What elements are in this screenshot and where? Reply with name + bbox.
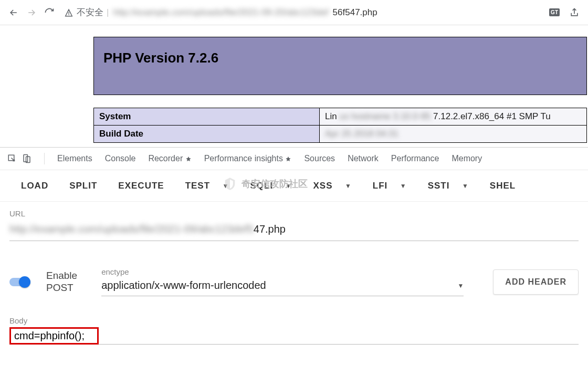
table-row: Build Date Apr 25 2018 04:31 <box>94 126 587 143</box>
hackbar-test[interactable]: TEST ▼ <box>185 181 229 191</box>
devtools-tab-network[interactable]: Network <box>348 154 379 163</box>
browser-toolbar: 不安全 | http://example.com/uploads/file/20… <box>0 0 588 25</box>
val-prefix: Lin <box>325 111 337 121</box>
chevron-down-icon: ▼ <box>286 182 292 190</box>
translate-icon[interactable]: GT <box>549 8 560 16</box>
devtools-tab-elements[interactable]: Elements <box>57 154 92 163</box>
add-header-button[interactable]: ADD HEADER <box>493 269 579 295</box>
table-row: System Lin ux hostname 3.10.0-95 7.12.2.… <box>94 108 587 126</box>
device-icon[interactable] <box>22 154 32 163</box>
forward-button[interactable] <box>26 7 37 18</box>
chevron-down-icon: ▼ <box>457 282 464 289</box>
url-input[interactable]: http://example.com/uploads/file/2021-09/… <box>9 220 579 241</box>
hackbar-lfi[interactable]: LFI ▼ <box>373 181 407 191</box>
val-blurred: Apr 25 2018 04:31 <box>325 129 398 139</box>
url-label: URL <box>9 209 579 218</box>
enctype-select[interactable]: application/x-www-form-urlencoded ▼ <box>101 277 464 296</box>
enable-post-toggle[interactable] <box>9 276 33 288</box>
reload-button[interactable] <box>44 7 55 18</box>
devtools-tab-sources[interactable]: Sources <box>304 154 335 163</box>
hackbar-toolbar: LOAD SPLIT EXECUTE TEST ▼ SQLI ▼ XSS ▼ L… <box>0 170 588 202</box>
separator <box>44 153 45 164</box>
hackbar-ssti[interactable]: SSTI ▼ <box>428 181 469 191</box>
enable-post-label: Enable POST <box>46 270 77 294</box>
enctype-value: application/x-www-form-urlencoded <box>101 279 266 291</box>
hackbar-load[interactable]: LOAD <box>21 181 48 191</box>
url-blurred-part: http://example.com/uploads/file/2021-09/… <box>9 223 254 235</box>
hackbar-shell[interactable]: SHEL <box>490 181 516 191</box>
devtools-tabs: Elements Console Recorder Performance in… <box>0 147 588 170</box>
chevron-down-icon: ▼ <box>345 182 352 190</box>
url-separator: | <box>107 7 109 18</box>
phpinfo-key: System <box>94 108 320 126</box>
phpinfo-value: Apr 25 2018 04:31 <box>320 126 587 143</box>
phpinfo-key: Build Date <box>94 126 320 143</box>
url-blurred: http://example.com/uploads/file/2021-09-… <box>113 7 328 18</box>
val-suffix: 7.12.2.el7.x86_64 #1 SMP Tu <box>433 111 551 121</box>
hackbar-xss[interactable]: XSS ▼ <box>313 181 351 191</box>
url-suffix: 56f547.php <box>333 7 377 18</box>
phpinfo-header: PHP Version 7.2.6 <box>93 37 587 95</box>
back-button[interactable] <box>8 7 19 18</box>
devtools-tab-recorder[interactable]: Recorder <box>148 154 191 163</box>
devtools-tab-performance[interactable]: Performance <box>391 154 439 163</box>
devtools-tab-console[interactable]: Console <box>105 154 136 163</box>
body-input[interactable]: cmd=phpinfo(); <box>9 327 99 345</box>
chevron-down-icon: ▼ <box>462 182 469 190</box>
chevron-down-icon: ▼ <box>223 182 229 190</box>
devtools-tab-performance-insights[interactable]: Performance insights <box>204 154 292 163</box>
devtools-tab-memory[interactable]: Memory <box>452 154 482 163</box>
security-label: 不安全 <box>77 6 103 18</box>
url-visible-suffix: 47.php <box>254 223 286 235</box>
address-bar[interactable]: 不安全 | http://example.com/uploads/file/20… <box>62 6 542 18</box>
val-blurred: ux hostname 3.10.0-95 <box>339 111 430 121</box>
inspect-icon[interactable] <box>7 154 17 163</box>
hackbar-split[interactable]: SPLIT <box>69 181 97 191</box>
chevron-down-icon: ▼ <box>400 182 407 190</box>
share-icon[interactable] <box>569 7 580 18</box>
enctype-label: enctype <box>101 267 464 276</box>
body-label: Body <box>9 316 579 325</box>
hackbar-sqli[interactable]: SQLI ▼ <box>250 181 292 191</box>
page-content: PHP Version 7.2.6 System Lin ux hostname… <box>0 37 588 143</box>
hackbar-form: URL http://example.com/uploads/file/2021… <box>9 209 579 345</box>
phpinfo-value: Lin ux hostname 3.10.0-95 7.12.2.el7.x86… <box>320 108 587 126</box>
phpinfo-title: PHP Version 7.2.6 <box>103 50 577 66</box>
phpinfo-table: System Lin ux hostname 3.10.0-95 7.12.2.… <box>93 108 587 143</box>
post-row: Enable POST enctype application/x-www-fo… <box>9 267 579 296</box>
insecure-icon <box>64 8 74 17</box>
hackbar-execute[interactable]: EXECUTE <box>118 181 164 191</box>
